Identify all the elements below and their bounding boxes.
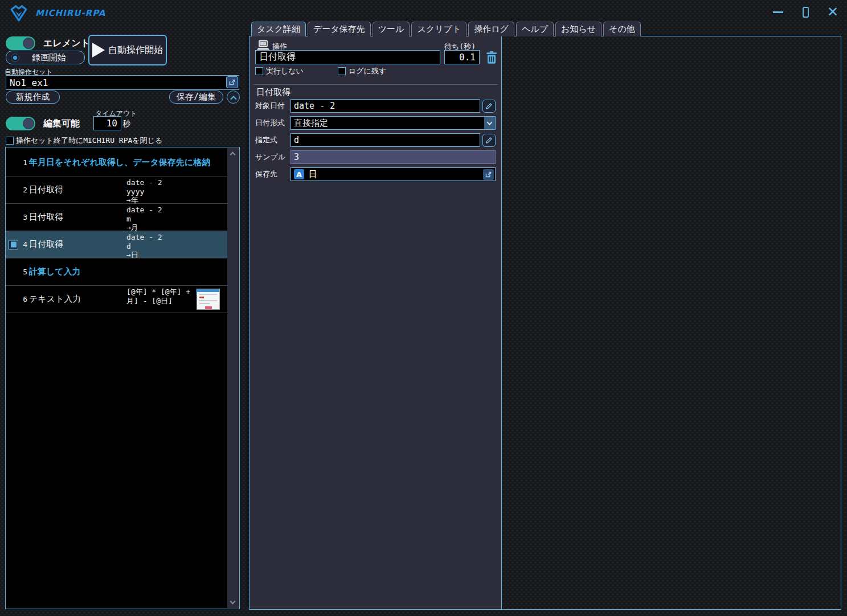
chevron-down-icon (487, 120, 493, 125)
date-format-value: 直接指定 (294, 118, 328, 129)
destination-open-button[interactable] (483, 169, 494, 180)
tab-label: タスク詳細 (257, 24, 300, 35)
tab-data-destination[interactable]: データ保存先 (308, 22, 371, 36)
task-row-1[interactable]: 1 年月日をそれぞれ取得し、データ保存先に格納 (6, 149, 228, 176)
editable-toggle[interactable] (6, 117, 35, 130)
tab-news[interactable]: お知らせ (555, 22, 602, 36)
maximize-button[interactable] (798, 5, 813, 19)
record-button-label: 録画開始 (32, 52, 66, 63)
target-date-row: 対象日付 date - 2 (255, 99, 496, 113)
tab-label: ヘルプ (522, 24, 548, 35)
close-icon: ✕ (827, 5, 838, 19)
chevron-up-icon (230, 96, 236, 102)
destination-field[interactable]: A 日 (290, 167, 496, 181)
delete-task-button[interactable] (485, 50, 498, 65)
pencil-icon (485, 102, 493, 110)
minimize-button[interactable] (771, 5, 785, 19)
close-on-finish-checkbox[interactable] (6, 137, 14, 145)
skip-checkbox[interactable] (255, 67, 263, 75)
expression-value: d (294, 135, 299, 145)
external-link-icon (228, 79, 236, 86)
timeout-input[interactable] (93, 116, 121, 130)
editable-toggle-label: 編集可能 (43, 118, 80, 130)
tab-label: 操作ログ (474, 24, 509, 35)
date-format-row: 日付形式 直接指定 (255, 116, 496, 130)
new-button[interactable]: 新規作成 (6, 91, 60, 104)
task-row-5[interactable]: 5 計算して入力 (6, 258, 228, 286)
auto-set-input-wrap (6, 75, 239, 90)
task-number: 1 (6, 158, 27, 167)
editable-toggle-row: 編集可能 (6, 117, 80, 130)
task-number: 5 (6, 268, 27, 276)
task-selected-checkbox[interactable] (9, 240, 18, 249)
tab-help[interactable]: ヘルプ (516, 22, 554, 36)
date-format-label: 日付形式 (255, 118, 290, 128)
skip-checkbox-label: 実行しない (266, 66, 304, 76)
tab-tools[interactable]: ツール (373, 22, 410, 36)
task-list-scrollbar[interactable] (227, 148, 239, 608)
task-list: 1 年月日をそれぞれ取得し、データ保存先に格納 2 日付取得 date - 2 … (5, 147, 240, 609)
date-format-dropdown-button[interactable] (484, 117, 495, 129)
open-set-button[interactable] (226, 76, 238, 88)
task-number: 6 (6, 295, 27, 303)
element-toggle-row: エレメント (6, 36, 90, 50)
window-controls: ✕ (771, 5, 840, 19)
expression-edit-button[interactable] (482, 134, 496, 147)
section-divider (253, 84, 498, 85)
maximize-icon (803, 7, 809, 18)
laptop-icon (256, 39, 270, 51)
skip-checkbox-row: 実行しない (255, 66, 304, 76)
tab-label: データ保存先 (313, 24, 365, 35)
log-checkbox[interactable] (338, 67, 346, 75)
tab-label: ツール (378, 24, 404, 35)
task-number: 3 (6, 213, 27, 221)
close-on-finish-row: 操作セット終了時にMICHIRU RPAを閉じる (6, 135, 162, 146)
target-date-edit-button[interactable] (482, 100, 496, 113)
logo-icon (8, 4, 30, 22)
auto-start-button[interactable]: 自動操作開始 (88, 35, 167, 65)
main-tab-bar: タスク詳細 データ保存先 ツール スクリプト 操作ログ ヘルプ お知らせ その他 (251, 22, 641, 36)
play-icon (92, 43, 105, 58)
element-toggle-knob (23, 38, 34, 49)
date-format-select[interactable]: 直接指定 (290, 116, 496, 130)
element-toggle[interactable] (6, 36, 35, 50)
tab-operation-log[interactable]: 操作ログ (468, 22, 514, 36)
task-detail: date - 2 m →月 (126, 206, 213, 232)
timeout-unit: 秒 (122, 119, 130, 129)
expression-label: 指定式 (255, 135, 290, 145)
task-row-4-selected[interactable]: 4 日付取得 date - 2 d →日 (6, 231, 228, 258)
close-button[interactable]: ✕ (825, 5, 840, 19)
task-row-2[interactable]: 2 日付取得 date - 2 yyyy →年 (6, 176, 228, 204)
sample-field: 3 (290, 150, 496, 164)
task-row-6[interactable]: 6 テキスト入力 [@年] * [@年] + [@月] - [@日] (6, 286, 228, 313)
collapse-button[interactable] (227, 91, 240, 104)
wait-input[interactable] (444, 50, 480, 64)
operation-input[interactable] (255, 50, 440, 64)
target-date-field[interactable]: date - 2 (290, 99, 480, 113)
tab-script[interactable]: スクリプト (411, 22, 467, 36)
save-edit-button[interactable]: 保存/編集 (169, 91, 223, 104)
sample-row: サンプル 3 (255, 150, 496, 164)
expression-field[interactable]: d (290, 133, 480, 147)
tab-other[interactable]: その他 (603, 22, 641, 36)
task-number: 2 (6, 186, 27, 194)
task-row-3[interactable]: 3 日付取得 date - 2 m →月 (6, 204, 228, 231)
close-on-finish-label: 操作セット終了時にMICHIRU RPAを閉じる (16, 135, 162, 146)
task-detail-panel: 操作 待ち(秒) 実行しない ログに残す 日付取得 対象日付 (249, 36, 502, 609)
task-title: 日付取得 (29, 184, 63, 195)
scroll-down-icon[interactable] (230, 599, 236, 605)
variable-type-badge: A (294, 169, 304, 179)
tab-task-detail[interactable]: タスク詳細 (251, 22, 306, 36)
sample-value: 3 (294, 152, 299, 162)
target-date-label: 対象日付 (255, 101, 290, 111)
auto-set-input[interactable] (6, 75, 239, 90)
save-edit-button-label: 保存/編集 (177, 92, 216, 102)
record-button[interactable]: 録画開始 (6, 51, 85, 64)
trash-icon (485, 50, 498, 65)
target-date-value: date - 2 (294, 101, 335, 111)
pencil-icon (485, 137, 493, 144)
scroll-up-icon[interactable] (230, 152, 236, 158)
minimize-icon (773, 11, 783, 13)
task-detail: date - 2 yyyy →年 (126, 178, 213, 205)
expression-row: 指定式 d (255, 133, 496, 147)
